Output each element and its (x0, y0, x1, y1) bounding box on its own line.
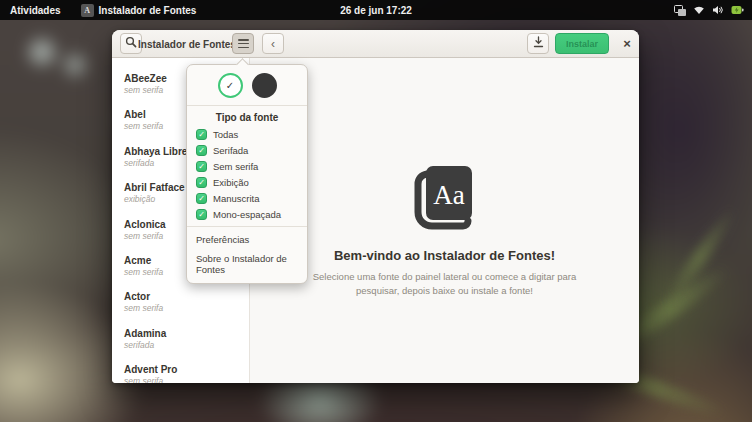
hamburger-menu-button[interactable] (232, 33, 254, 54)
wifi-icon (693, 5, 705, 15)
install-button[interactable]: Instalar (555, 33, 609, 54)
filter-label: Mono-espaçada (213, 209, 281, 220)
activities-button[interactable]: Atividades (0, 0, 71, 20)
font-list-item[interactable]: Actor sem serifa (112, 284, 249, 320)
filter-label: Exibição (213, 177, 249, 188)
back-button[interactable]: ‹ (262, 33, 284, 54)
checkbox-checked-icon[interactable]: ✓ (196, 193, 207, 204)
filter-checkbox-row[interactable]: ✓ Sem serifa (187, 158, 307, 174)
check-icon: ✓ (226, 80, 234, 91)
font-type-filters: ✓ Todas ✓ Serifada ✓ Sem serifa ✓ Exibiç… (187, 126, 307, 222)
checkbox-checked-icon[interactable]: ✓ (196, 177, 207, 188)
hamburger-icon (238, 39, 249, 48)
focused-app-name: Instalador de Fontes (99, 5, 197, 16)
filter-checkbox-row[interactable]: ✓ Exibição (187, 174, 307, 190)
window-title: Instalador de Fontes (132, 30, 242, 58)
download-icon (533, 36, 544, 51)
filter-checkbox-row[interactable]: ✓ Manuscrita (187, 190, 307, 206)
filter-label: Serifada (213, 145, 248, 156)
menu-item[interactable]: Sobre o Instalador de Fontes (187, 249, 307, 279)
download-button[interactable] (527, 33, 549, 54)
battery-icon (731, 5, 744, 15)
font-list-item[interactable]: Advent Pro sem serifa (112, 357, 249, 383)
screen-share-icon (674, 5, 686, 16)
welcome-title: Bem-vindo ao Instalador de Fontes! (334, 248, 555, 263)
top-bar: Atividades A Instalador de Fontes 26 de … (0, 0, 752, 20)
filter-checkbox-row[interactable]: ✓ Mono-espaçada (187, 206, 307, 222)
checkbox-checked-icon[interactable]: ✓ (196, 145, 207, 156)
font-name: Actor (124, 290, 249, 303)
close-button[interactable]: × (616, 33, 638, 54)
font-category: sem serifa (124, 376, 249, 383)
app-icon: A (81, 4, 94, 17)
svg-text:Aa: Aa (433, 180, 464, 210)
checkbox-checked-icon[interactable]: ✓ (196, 209, 207, 220)
menu-item[interactable]: Preferências (187, 230, 307, 249)
checkbox-checked-icon[interactable]: ✓ (196, 129, 207, 140)
welcome-subtitle: Selecione uma fonte do painel lateral ou… (305, 270, 585, 299)
system-tray[interactable] (674, 5, 752, 16)
font-name: Advent Pro (124, 363, 249, 376)
chevron-left-icon: ‹ (271, 37, 275, 51)
font-type-section-title: Tipo da fonte (187, 106, 307, 126)
dark-theme-option[interactable] (252, 73, 277, 98)
filter-label: Manuscrita (213, 193, 259, 204)
font-category: serifada (124, 340, 249, 351)
filter-label: Sem serifa (213, 161, 258, 172)
font-category: sem serifa (124, 303, 249, 314)
fonts-app-icon: Aa (413, 164, 477, 234)
font-list-item[interactable]: Adamina serifada (112, 321, 249, 357)
close-icon: × (623, 36, 631, 51)
welcome-panel: Aa Bem-vindo ao Instalador de Fontes! Se… (250, 58, 639, 383)
font-name: Adamina (124, 327, 249, 340)
focused-app-menu[interactable]: A Instalador de Fontes (71, 0, 207, 20)
filter-checkbox-row[interactable]: ✓ Serifada (187, 142, 307, 158)
main-menu-popover: ✓ Tipo da fonte ✓ Todas ✓ Serifada ✓ Sem… (186, 64, 308, 284)
menu-items: Preferências Sobre o Instalador de Fonte… (187, 227, 307, 279)
volume-icon (712, 5, 724, 15)
light-theme-option[interactable]: ✓ (218, 73, 243, 98)
header-bar: Instalador de Fontes ‹ Instalar × (112, 30, 639, 58)
filter-checkbox-row[interactable]: ✓ Todas (187, 126, 307, 142)
filter-label: Todas (213, 129, 238, 140)
checkbox-checked-icon[interactable]: ✓ (196, 161, 207, 172)
theme-selector: ✓ (187, 65, 307, 105)
